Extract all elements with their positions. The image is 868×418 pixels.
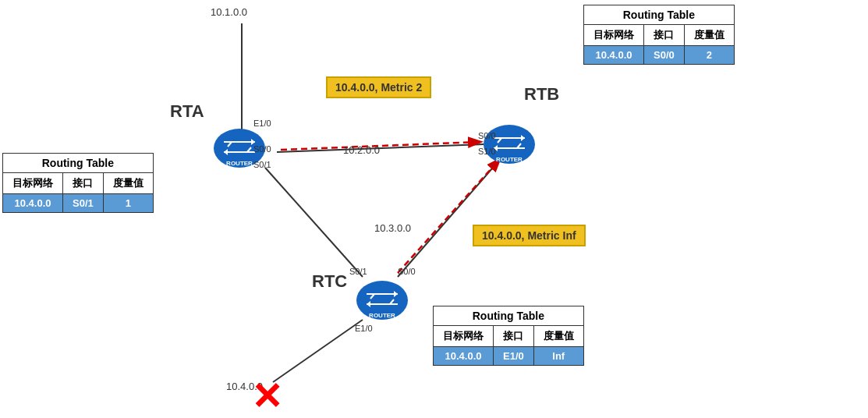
rtb-col-iface: 接口 bbox=[644, 25, 685, 46]
rtc-row1-iface: E1/0 bbox=[494, 347, 534, 366]
svg-text:ROUTER: ROUTER bbox=[496, 156, 523, 163]
svg-line-4 bbox=[273, 320, 363, 382]
rtc-s01-label: S0/1 bbox=[349, 267, 367, 276]
network-label-10300: 10.3.0.0 bbox=[374, 222, 411, 234]
annotation-metric-inf: 10.4.0.0, Metric Inf bbox=[473, 225, 586, 246]
x-mark: ✕ bbox=[251, 374, 282, 418]
router-rtb: ROUTER bbox=[482, 121, 537, 168]
network-label-10200: 10.2.0.0 bbox=[343, 144, 380, 156]
svg-text:ROUTER: ROUTER bbox=[226, 160, 253, 167]
rta-e10-label: E1/0 bbox=[253, 119, 271, 128]
svg-line-5 bbox=[281, 142, 480, 150]
rta-col-dest: 目标网络 bbox=[3, 173, 63, 194]
rtc-row1-metric: Inf bbox=[533, 347, 583, 366]
rtc-e10-label: E1/0 bbox=[355, 324, 373, 333]
rtb-col-metric: 度量值 bbox=[684, 25, 734, 46]
rtb-col-dest: 目标网络 bbox=[584, 25, 644, 46]
routing-table-rta: Routing Table 目标网络 接口 度量值 10.4.0.0 S0/1 … bbox=[2, 153, 154, 213]
rtc-col-dest: 目标网络 bbox=[434, 326, 494, 347]
svg-line-3 bbox=[398, 156, 503, 277]
rta-col-metric: 度量值 bbox=[103, 173, 153, 194]
annotation-metric2: 10.4.0.0, Metric 2 bbox=[326, 76, 431, 98]
rtb-row1-metric: 2 bbox=[684, 46, 734, 65]
rtb-table-title: Routing Table bbox=[583, 5, 735, 24]
rtc-s00-label: S0/0 bbox=[398, 267, 416, 276]
rtc-row1-dest: 10.4.0.0 bbox=[434, 347, 494, 366]
rtb-s00-label: S0/0 bbox=[478, 131, 496, 140]
rta-col-iface: 接口 bbox=[63, 173, 104, 194]
svg-line-6 bbox=[398, 160, 499, 273]
rtb-s10-label: S1/0 bbox=[478, 147, 496, 156]
network-label-10100: 10.1.0.0 bbox=[211, 6, 247, 18]
router-rtc: ROUTER bbox=[355, 277, 409, 324]
rtb-row1-iface: S0/0 bbox=[644, 46, 685, 65]
svg-line-1 bbox=[277, 144, 484, 152]
rta-table-title: Routing Table bbox=[2, 153, 154, 172]
rtb-row1-dest: 10.4.0.0 bbox=[584, 46, 644, 65]
rtc-label: RTC bbox=[312, 271, 347, 292]
svg-line-2 bbox=[265, 168, 363, 277]
rta-s01-label: S0/1 bbox=[253, 160, 271, 169]
rtc-col-metric: 度量值 bbox=[533, 326, 583, 347]
rta-row1-iface: S0/1 bbox=[63, 194, 104, 213]
rta-row1-dest: 10.4.0.0 bbox=[3, 194, 63, 213]
rtc-col-iface: 接口 bbox=[494, 326, 534, 347]
rtb-label: RTB bbox=[524, 84, 559, 104]
rta-label: RTA bbox=[170, 101, 204, 122]
routing-table-rtc: Routing Table 目标网络 接口 度量值 10.4.0.0 E1/0 … bbox=[433, 306, 584, 366]
rtc-table-title: Routing Table bbox=[433, 306, 584, 325]
rta-s00-label: S0/0 bbox=[253, 144, 271, 154]
rta-row1-metric: 1 bbox=[103, 194, 153, 213]
routing-table-rtb: Routing Table 目标网络 接口 度量值 10.4.0.0 S0/0 … bbox=[583, 5, 735, 65]
svg-text:ROUTER: ROUTER bbox=[369, 312, 395, 319]
